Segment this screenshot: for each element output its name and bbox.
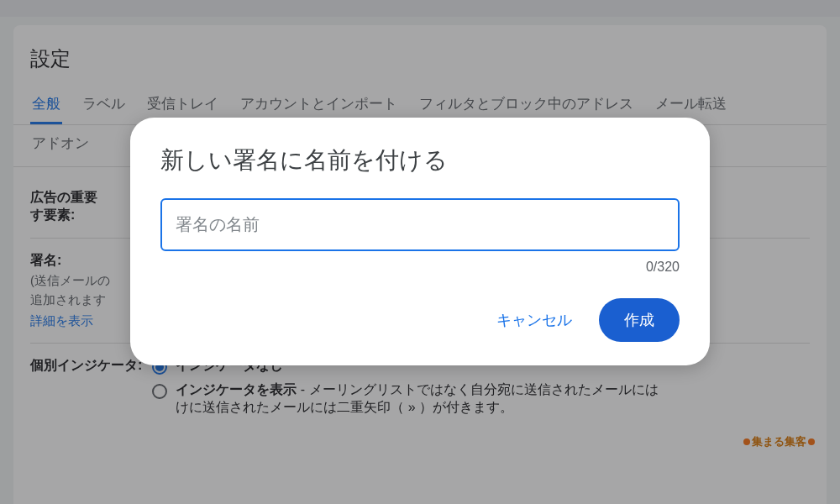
char-count: 0/320 [160, 260, 680, 275]
cancel-button[interactable]: キャンセル [485, 302, 584, 339]
new-signature-dialog: 新しい署名に名前を付ける 0/320 キャンセル 作成 [130, 118, 710, 365]
dialog-actions: キャンセル 作成 [160, 298, 680, 342]
signature-name-input[interactable] [160, 198, 680, 251]
create-button[interactable]: 作成 [599, 298, 680, 342]
dialog-title: 新しい署名に名前を付ける [160, 144, 680, 176]
modal-overlay[interactable]: 新しい署名に名前を付ける 0/320 キャンセル 作成 [0, 0, 840, 504]
